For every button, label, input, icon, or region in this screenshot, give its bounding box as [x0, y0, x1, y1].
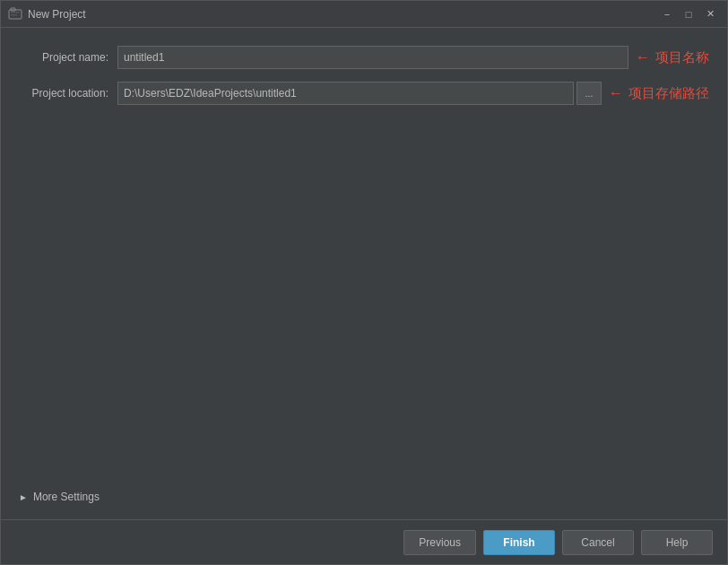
new-project-dialog: New Project − □ ✕ Project name: ← 项目名称 P…: [0, 0, 728, 565]
more-settings-label: More Settings: [33, 491, 100, 503]
dialog-footer: Previous Finish Cancel Help: [1, 519, 727, 564]
project-name-annotation: 项目名称: [655, 49, 709, 66]
project-name-row: Project name: ← 项目名称: [19, 46, 709, 69]
project-name-label: Project name:: [19, 51, 117, 64]
project-location-annotation: 项目存储路径: [628, 85, 709, 102]
project-name-input[interactable]: [117, 46, 628, 69]
project-location-input[interactable]: [117, 82, 574, 105]
content-spacer: [19, 117, 709, 483]
svg-rect-3: [11, 14, 17, 16]
dialog-content: Project name: ← 项目名称 Project location: .…: [1, 28, 727, 519]
maximize-button[interactable]: □: [679, 4, 698, 24]
cancel-button[interactable]: Cancel: [562, 530, 634, 555]
title-bar-controls: − □ ✕: [657, 4, 720, 24]
more-settings-section[interactable]: ► More Settings: [19, 483, 709, 510]
project-location-arrow: ←: [609, 85, 623, 101]
svg-rect-2: [11, 12, 20, 13]
more-settings-chevron: ►: [19, 492, 28, 502]
minimize-button[interactable]: −: [657, 4, 677, 24]
project-location-row: Project location: ... ← 项目存储路径: [19, 82, 709, 105]
browse-button[interactable]: ...: [576, 82, 602, 105]
help-button[interactable]: Help: [641, 530, 713, 555]
title-bar: New Project − □ ✕: [1, 1, 727, 28]
close-button[interactable]: ✕: [700, 4, 720, 24]
project-location-label: Project location:: [19, 87, 117, 100]
finish-button[interactable]: Finish: [483, 530, 555, 555]
previous-button[interactable]: Previous: [403, 530, 476, 555]
dialog-icon: [8, 7, 22, 22]
title-bar-left: New Project: [8, 7, 86, 22]
dialog-title: New Project: [28, 8, 86, 21]
project-name-arrow: ←: [636, 49, 650, 65]
